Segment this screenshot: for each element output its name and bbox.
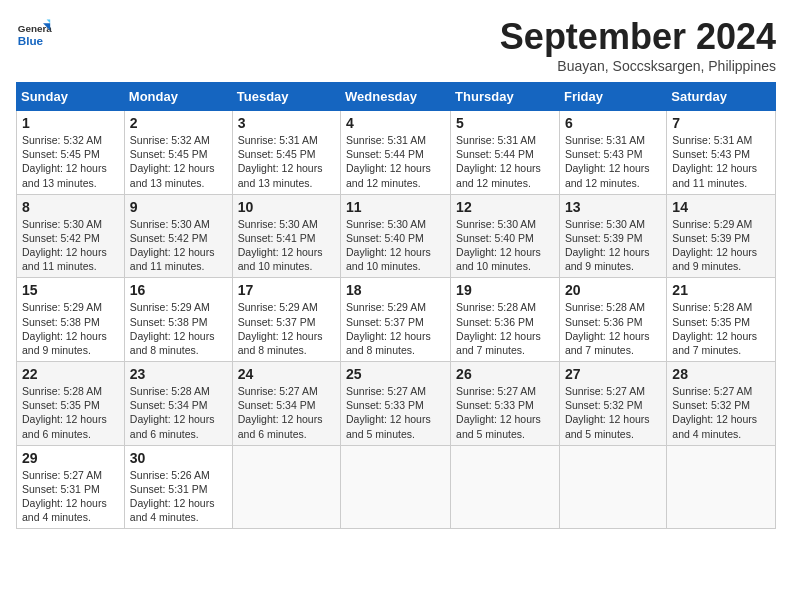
day-number: 13 [565,199,661,215]
day-number: 22 [22,366,119,382]
day-cell-28: 28 Sunrise: 5:27 AM Sunset: 5:32 PM Dayl… [667,362,776,446]
day-cell-2: 2 Sunrise: 5:32 AM Sunset: 5:45 PM Dayli… [124,111,232,195]
day-number: 25 [346,366,445,382]
day-info: Sunrise: 5:29 AM Sunset: 5:37 PM Dayligh… [238,300,335,357]
calendar-table: Sunday Monday Tuesday Wednesday Thursday… [16,82,776,529]
day-cell-19: 19 Sunrise: 5:28 AM Sunset: 5:36 PM Dayl… [451,278,560,362]
day-cell-26: 26 Sunrise: 5:27 AM Sunset: 5:33 PM Dayl… [451,362,560,446]
day-cell-17: 17 Sunrise: 5:29 AM Sunset: 5:37 PM Dayl… [232,278,340,362]
day-cell-10: 10 Sunrise: 5:30 AM Sunset: 5:41 PM Dayl… [232,194,340,278]
day-cell-12: 12 Sunrise: 5:30 AM Sunset: 5:40 PM Dayl… [451,194,560,278]
calendar-row: 29 Sunrise: 5:27 AM Sunset: 5:31 PM Dayl… [17,445,776,529]
day-number: 18 [346,282,445,298]
day-info: Sunrise: 5:27 AM Sunset: 5:31 PM Dayligh… [22,468,119,525]
day-cell-21: 21 Sunrise: 5:28 AM Sunset: 5:35 PM Dayl… [667,278,776,362]
day-cell-23: 23 Sunrise: 5:28 AM Sunset: 5:34 PM Dayl… [124,362,232,446]
day-info: Sunrise: 5:31 AM Sunset: 5:45 PM Dayligh… [238,133,335,190]
calendar-row: 1 Sunrise: 5:32 AM Sunset: 5:45 PM Dayli… [17,111,776,195]
day-number: 23 [130,366,227,382]
day-cell-11: 11 Sunrise: 5:30 AM Sunset: 5:40 PM Dayl… [341,194,451,278]
day-number: 7 [672,115,770,131]
day-number: 4 [346,115,445,131]
day-info: Sunrise: 5:31 AM Sunset: 5:43 PM Dayligh… [565,133,661,190]
day-info: Sunrise: 5:27 AM Sunset: 5:34 PM Dayligh… [238,384,335,441]
day-cell-15: 15 Sunrise: 5:29 AM Sunset: 5:38 PM Dayl… [17,278,125,362]
day-info: Sunrise: 5:29 AM Sunset: 5:38 PM Dayligh… [22,300,119,357]
empty-cell [232,445,340,529]
day-info: Sunrise: 5:29 AM Sunset: 5:38 PM Dayligh… [130,300,227,357]
calendar-row: 15 Sunrise: 5:29 AM Sunset: 5:38 PM Dayl… [17,278,776,362]
day-number: 24 [238,366,335,382]
day-number: 5 [456,115,554,131]
day-number: 15 [22,282,119,298]
day-info: Sunrise: 5:28 AM Sunset: 5:36 PM Dayligh… [456,300,554,357]
header: General Blue September 2024 Buayan, Socc… [16,16,776,74]
day-info: Sunrise: 5:28 AM Sunset: 5:36 PM Dayligh… [565,300,661,357]
day-number: 6 [565,115,661,131]
day-cell-9: 9 Sunrise: 5:30 AM Sunset: 5:42 PM Dayli… [124,194,232,278]
calendar-row: 22 Sunrise: 5:28 AM Sunset: 5:35 PM Dayl… [17,362,776,446]
calendar-row: 8 Sunrise: 5:30 AM Sunset: 5:42 PM Dayli… [17,194,776,278]
col-friday: Friday [559,83,666,111]
day-number: 2 [130,115,227,131]
day-info: Sunrise: 5:30 AM Sunset: 5:42 PM Dayligh… [22,217,119,274]
day-info: Sunrise: 5:28 AM Sunset: 5:35 PM Dayligh… [672,300,770,357]
day-cell-30: 30 Sunrise: 5:26 AM Sunset: 5:31 PM Dayl… [124,445,232,529]
day-info: Sunrise: 5:32 AM Sunset: 5:45 PM Dayligh… [130,133,227,190]
day-number: 14 [672,199,770,215]
day-info: Sunrise: 5:29 AM Sunset: 5:39 PM Dayligh… [672,217,770,274]
empty-cell [341,445,451,529]
location-subtitle: Buayan, Soccsksargen, Philippines [500,58,776,74]
day-number: 3 [238,115,335,131]
svg-text:Blue: Blue [18,34,44,47]
day-number: 20 [565,282,661,298]
day-number: 16 [130,282,227,298]
day-info: Sunrise: 5:30 AM Sunset: 5:41 PM Dayligh… [238,217,335,274]
day-number: 11 [346,199,445,215]
day-info: Sunrise: 5:27 AM Sunset: 5:33 PM Dayligh… [346,384,445,441]
col-sunday: Sunday [17,83,125,111]
day-number: 12 [456,199,554,215]
day-cell-1: 1 Sunrise: 5:32 AM Sunset: 5:45 PM Dayli… [17,111,125,195]
day-cell-27: 27 Sunrise: 5:27 AM Sunset: 5:32 PM Dayl… [559,362,666,446]
day-info: Sunrise: 5:27 AM Sunset: 5:33 PM Dayligh… [456,384,554,441]
title-area: September 2024 Buayan, Soccsksargen, Phi… [500,16,776,74]
col-thursday: Thursday [451,83,560,111]
col-wednesday: Wednesday [341,83,451,111]
day-info: Sunrise: 5:30 AM Sunset: 5:40 PM Dayligh… [346,217,445,274]
col-saturday: Saturday [667,83,776,111]
day-cell-6: 6 Sunrise: 5:31 AM Sunset: 5:43 PM Dayli… [559,111,666,195]
day-number: 1 [22,115,119,131]
day-cell-8: 8 Sunrise: 5:30 AM Sunset: 5:42 PM Dayli… [17,194,125,278]
day-cell-24: 24 Sunrise: 5:27 AM Sunset: 5:34 PM Dayl… [232,362,340,446]
logo-icon: General Blue [16,16,52,52]
day-number: 27 [565,366,661,382]
day-cell-4: 4 Sunrise: 5:31 AM Sunset: 5:44 PM Dayli… [341,111,451,195]
day-cell-3: 3 Sunrise: 5:31 AM Sunset: 5:45 PM Dayli… [232,111,340,195]
day-cell-18: 18 Sunrise: 5:29 AM Sunset: 5:37 PM Dayl… [341,278,451,362]
day-cell-22: 22 Sunrise: 5:28 AM Sunset: 5:35 PM Dayl… [17,362,125,446]
day-number: 29 [22,450,119,466]
calendar-header-row: Sunday Monday Tuesday Wednesday Thursday… [17,83,776,111]
day-info: Sunrise: 5:30 AM Sunset: 5:42 PM Dayligh… [130,217,227,274]
day-cell-20: 20 Sunrise: 5:28 AM Sunset: 5:36 PM Dayl… [559,278,666,362]
day-number: 21 [672,282,770,298]
day-number: 30 [130,450,227,466]
day-number: 10 [238,199,335,215]
day-info: Sunrise: 5:31 AM Sunset: 5:43 PM Dayligh… [672,133,770,190]
day-number: 26 [456,366,554,382]
col-monday: Monday [124,83,232,111]
day-cell-14: 14 Sunrise: 5:29 AM Sunset: 5:39 PM Dayl… [667,194,776,278]
empty-cell [451,445,560,529]
day-info: Sunrise: 5:26 AM Sunset: 5:31 PM Dayligh… [130,468,227,525]
col-tuesday: Tuesday [232,83,340,111]
day-number: 9 [130,199,227,215]
day-number: 19 [456,282,554,298]
day-info: Sunrise: 5:29 AM Sunset: 5:37 PM Dayligh… [346,300,445,357]
day-info: Sunrise: 5:27 AM Sunset: 5:32 PM Dayligh… [672,384,770,441]
day-cell-5: 5 Sunrise: 5:31 AM Sunset: 5:44 PM Dayli… [451,111,560,195]
day-cell-16: 16 Sunrise: 5:29 AM Sunset: 5:38 PM Dayl… [124,278,232,362]
day-number: 28 [672,366,770,382]
day-number: 17 [238,282,335,298]
empty-cell [667,445,776,529]
